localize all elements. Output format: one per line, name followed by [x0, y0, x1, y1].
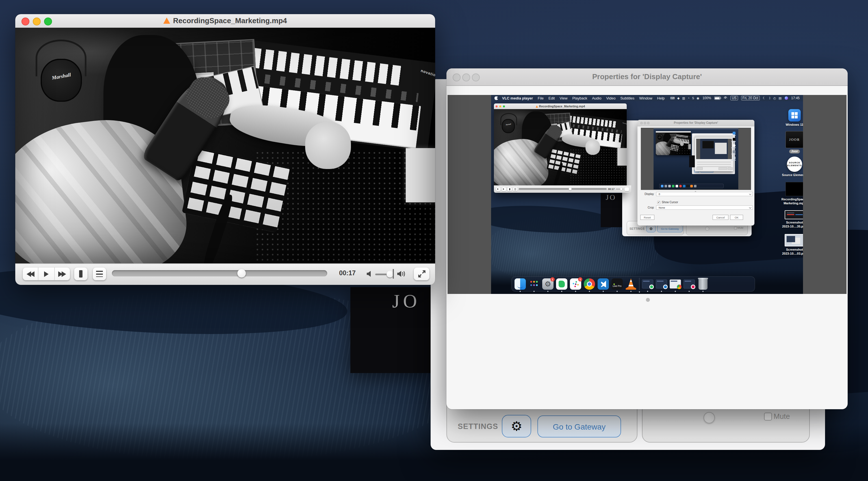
preview-video: novation Marshall	[494, 109, 627, 185]
desktop-icon-label: Screenshot 2023-10....03.png	[782, 248, 803, 256]
joor-window[interactable]: JO	[350, 287, 431, 373]
vlc-titlebar[interactable]: RecordingSpace_Marketing.mp4	[15, 14, 435, 28]
dock-icon	[656, 278, 667, 290]
desktop-icon: JOOR Joor	[779, 131, 803, 153]
vlc-cone-icon	[163, 18, 170, 24]
elapsed-time: 00:17	[339, 270, 358, 276]
playback-controls: 00:17	[15, 263, 435, 285]
status-icons-2: ᛒ◴▤	[769, 96, 781, 100]
menubar-menus: FileEditViewPlaybackAudioVideoSubtitlesW…	[538, 96, 664, 100]
rewind-button[interactable]	[23, 267, 38, 280]
properties-dialog-titlebar[interactable]: Properties for 'Display Capture'	[446, 68, 848, 86]
desktop-icon: SOURCE ELEMENTS Source Elements	[779, 156, 803, 177]
video-frame-art: novation Marshall	[15, 28, 435, 263]
settings-gear-button[interactable]: ⚙	[502, 415, 531, 438]
fast-forward-button[interactable]	[54, 267, 70, 280]
desktop-icon-label: RecordingSpace_ Marketing.mp4	[781, 198, 803, 206]
status-icon: S	[692, 96, 694, 100]
volume-max-tick	[393, 269, 394, 279]
status-icon: ◔	[688, 96, 690, 100]
crop-label: Crop	[842, 398, 868, 406]
dock-icon	[698, 278, 709, 290]
dock-icon: Live Pro	[612, 278, 623, 290]
preview-menubar: VLC media player FileEditViewPlaybackAud…	[491, 95, 803, 101]
status-icon: ▤	[779, 96, 781, 100]
dock-icon	[584, 278, 595, 290]
menubar-item: Help	[657, 96, 665, 100]
battery-percent: 100%	[703, 96, 711, 100]
desktop-icon: Screenshot 2023-10....35.png	[779, 210, 803, 229]
capture-preview-image: VLC media player FileEditViewPlaybackAud…	[491, 95, 803, 294]
dock-icon	[670, 278, 681, 290]
seek-knob[interactable]	[237, 269, 246, 277]
apple-menu-icon	[494, 96, 498, 100]
menubar-app-name: VLC media player	[502, 96, 533, 100]
preview-properties-dialog: Properties for 'Display Capture' novatio…	[638, 120, 754, 226]
dock-icon	[556, 278, 567, 290]
status-icon: ▥	[682, 96, 685, 100]
desktop-icon: RecordingSpace_ Marketing.mp4	[779, 182, 803, 206]
battery-icon	[714, 96, 720, 100]
status-icon: ᛒ	[769, 96, 771, 100]
menubar-time: 17:45	[791, 96, 800, 100]
seek-bar[interactable]	[112, 270, 327, 276]
desktop-icon-label: Source Elements	[782, 173, 803, 177]
dock-icon	[639, 278, 640, 290]
dock-icon	[683, 278, 695, 290]
mute-checkbox[interactable]	[764, 413, 772, 421]
capture-preview: VLC media player FileEditViewPlaybackAud…	[447, 95, 846, 294]
dock-icon: ⚙ 1	[542, 278, 554, 290]
properties-dialog: Properties for 'Display Capture' VLC	[446, 68, 848, 409]
dock-icon: 1	[570, 278, 581, 290]
status-icon: ◆	[677, 96, 680, 100]
preview-scene: VLC media player FileEditViewPlaybackAud…	[491, 95, 803, 294]
siri-icon	[785, 96, 788, 100]
vlc-cone-icon	[536, 106, 538, 108]
video-display[interactable]: novation Marshall	[15, 28, 435, 263]
preview-page-indicator	[646, 298, 650, 302]
level-knob[interactable]	[704, 412, 715, 423]
status-icon: ◉	[697, 96, 700, 100]
preview-nested-preview: novation Marshall	[641, 128, 751, 190]
play-button[interactable]	[38, 267, 54, 280]
preview-vlc-window: RecordingSpace_Marketing.mp4 novation Ma…	[494, 103, 627, 193]
menubar-item: Window	[639, 96, 652, 100]
stop-icon	[79, 270, 83, 277]
dock-icon	[528, 278, 540, 290]
desktop-icon-label: Windows 11	[786, 123, 803, 127]
desktop-icon: Windows 11	[779, 109, 803, 127]
desktop-icon-label: Joor	[789, 150, 800, 153]
go-to-gateway-button[interactable]: Go to Gateway	[537, 415, 621, 438]
playlist-icon	[96, 271, 103, 277]
preview-joor-window: JO	[601, 193, 622, 227]
playlist-button[interactable]	[93, 267, 106, 280]
volume-slider[interactable]	[375, 274, 393, 275]
desktop-icon: Screenshot 2023-10....03.png	[779, 234, 803, 256]
settings-section-label: SETTINGS	[458, 422, 498, 431]
volume-low-icon	[367, 271, 372, 277]
menubar-item: Subtitles	[620, 96, 634, 100]
dock-icon	[625, 278, 637, 290]
dock-icon	[642, 278, 653, 290]
menubar-item: Playback	[572, 96, 587, 100]
dock-icon	[598, 278, 609, 290]
video-frame-art: novation Marshall	[494, 109, 627, 185]
status-icon: ⌨	[670, 96, 675, 100]
mute-label: Mute	[774, 412, 790, 421]
preview-gear-button: ⚙	[647, 225, 655, 232]
vlc-player-window: RecordingSpace_Marketing.mp4 novation Ma…	[15, 14, 435, 284]
volume-knob[interactable]	[386, 271, 393, 277]
menubar-item: Video	[606, 96, 615, 100]
stop-button[interactable]	[74, 267, 88, 280]
desktop-icon-label: Screenshot 2023-10....35.png	[782, 221, 803, 229]
video-frame-art: novation Marshall	[656, 132, 691, 155]
fullscreen-button[interactable]	[414, 267, 430, 280]
preview-gateway-button: Go to Gateway	[657, 225, 683, 232]
volume-high-icon	[397, 271, 406, 277]
dock-icon	[515, 278, 526, 290]
wifi-icon	[724, 97, 727, 99]
dialog-title: Properties for 'Display Capture'	[446, 72, 848, 81]
menubar-item: Edit	[549, 96, 555, 100]
joor-poster-text: JO	[392, 291, 421, 312]
input-source-badge: US	[731, 96, 738, 100]
